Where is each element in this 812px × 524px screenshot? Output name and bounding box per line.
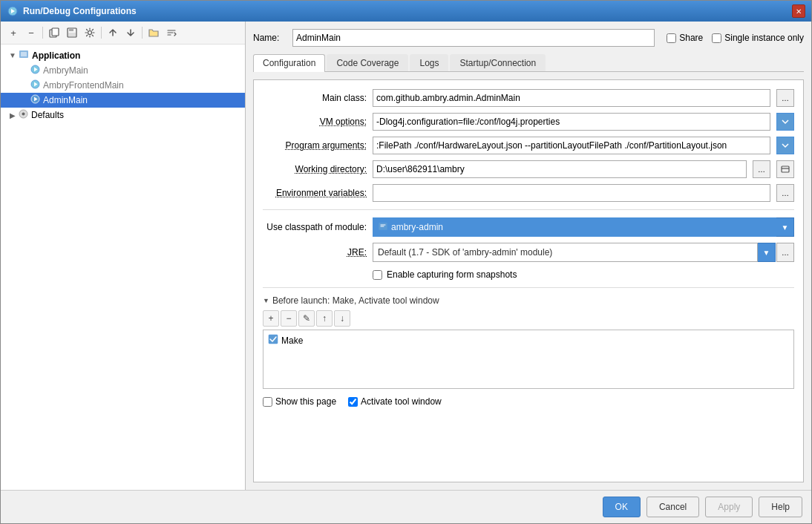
config-icon-1 xyxy=(30,65,40,76)
add-config-button[interactable]: + xyxy=(5,24,22,41)
help-button[interactable]: Help xyxy=(759,497,802,517)
show-page-text: Show this page xyxy=(275,396,336,407)
run-debug-configurations-window: Run/Debug Configurations ✕ + − xyxy=(0,0,812,524)
env-vars-row: Environment variables: … xyxy=(263,184,794,202)
show-page-label[interactable]: Show this page xyxy=(263,396,336,407)
classpath-dropdown-main[interactable]: ambry-admin xyxy=(373,217,776,237)
tree-arrow-application: ▼ xyxy=(7,51,19,59)
svg-rect-9 xyxy=(21,52,27,56)
classpath-dropdown-container: ambry-admin ▼ xyxy=(373,217,794,237)
vm-options-expand-button[interactable] xyxy=(776,113,794,131)
classpath-label: Use classpath of module: xyxy=(263,222,367,232)
env-vars-label: Environment variables: xyxy=(263,188,367,198)
tab-code-coverage[interactable]: Code Coverage xyxy=(327,54,408,71)
form-divider xyxy=(263,209,794,210)
working-dir-action-button[interactable] xyxy=(776,160,794,178)
classpath-dropdown-arrow[interactable]: ▼ xyxy=(776,217,794,237)
program-args-expand-button[interactable] xyxy=(776,137,794,154)
bl-edit-button[interactable]: ✎ xyxy=(298,310,315,327)
left-panel: + − xyxy=(1,22,246,490)
single-instance-text: Single instance only xyxy=(724,33,804,43)
show-page-checkbox[interactable] xyxy=(263,397,272,407)
share-checkbox[interactable] xyxy=(667,33,676,43)
before-launch-toolbar: + − ✎ ↑ ↓ xyxy=(263,310,794,327)
working-dir-browse-button[interactable]: … xyxy=(753,160,770,178)
tree-item-defaults[interactable]: ▶ Defaults xyxy=(1,108,245,122)
move-down-button[interactable] xyxy=(122,24,139,41)
make-icon xyxy=(268,334,278,347)
title-bar: Run/Debug Configurations ✕ xyxy=(1,1,811,22)
copy-config-button[interactable] xyxy=(46,24,62,41)
name-field-input[interactable] xyxy=(292,29,655,47)
tab-configuration[interactable]: Configuration xyxy=(253,54,325,72)
save-config-button[interactable] xyxy=(64,24,80,41)
main-class-browse-button[interactable]: … xyxy=(776,89,794,107)
bl-add-button[interactable]: + xyxy=(263,310,279,327)
bl-up-button[interactable]: ↑ xyxy=(316,310,333,327)
program-args-input[interactable] xyxy=(373,137,770,154)
tree-item-application[interactable]: ▼ Application xyxy=(1,48,245,63)
share-area: Share Single instance only xyxy=(667,33,804,43)
share-checkbox-label[interactable]: Share xyxy=(667,33,703,43)
application-label: Application xyxy=(32,50,80,61)
before-launch-arrow: ▼ xyxy=(263,297,269,304)
activate-tool-window-checkbox[interactable] xyxy=(348,397,358,407)
working-dir-input[interactable] xyxy=(373,160,747,178)
main-class-input[interactable] xyxy=(373,89,770,107)
bl-remove-button[interactable]: − xyxy=(281,310,297,327)
remove-config-button[interactable]: − xyxy=(23,24,39,41)
classpath-row: Use classpath of module: ambry-admin xyxy=(263,217,794,237)
program-args-label: Program arguments: xyxy=(263,140,367,151)
single-instance-label[interactable]: Single instance only xyxy=(712,33,804,43)
tree-item-ambry-main[interactable]: ▶ AmbryMain xyxy=(1,63,245,78)
bl-down-button[interactable]: ↓ xyxy=(334,310,350,327)
toolbar-separator-3 xyxy=(142,27,143,39)
admin-main-label: AdminMain xyxy=(43,95,88,105)
folder-button[interactable] xyxy=(145,24,162,41)
env-vars-browse-button[interactable]: … xyxy=(776,184,794,202)
left-toolbar: + − xyxy=(1,22,245,45)
settings-config-button[interactable] xyxy=(82,24,98,41)
svg-rect-3 xyxy=(52,28,59,36)
vm-options-input[interactable] xyxy=(373,113,770,131)
name-field-label: Name: xyxy=(253,33,287,43)
tab-logs[interactable]: Logs xyxy=(410,54,448,71)
defaults-icon xyxy=(19,109,28,121)
activate-tool-window-text: Activate tool window xyxy=(361,396,442,407)
main-content: + − xyxy=(1,22,811,490)
apply-button[interactable]: Apply xyxy=(705,497,753,517)
sort-button[interactable] xyxy=(163,24,180,41)
name-row: Name: Share Single instance only xyxy=(253,29,804,47)
before-launch-list: Make xyxy=(263,330,794,389)
tree-item-ambry-frontend-main[interactable]: ▶ AmbryFrontendMain xyxy=(1,78,245,93)
bottom-buttons-bar: OK Cancel Apply Help xyxy=(1,490,811,523)
tabs-bar: Configuration Code Coverage Logs Startup… xyxy=(253,54,804,72)
jre-dropdown-main[interactable]: Default (1.7 - SDK of 'ambry-admin' modu… xyxy=(373,243,758,262)
right-panel: Name: Share Single instance only Configu… xyxy=(246,22,811,490)
jre-label: JRE: xyxy=(263,247,367,258)
ok-button[interactable]: OK xyxy=(603,497,641,517)
jre-browse-button[interactable]: … xyxy=(776,243,794,262)
close-button[interactable]: ✕ xyxy=(792,4,805,18)
move-up-button[interactable] xyxy=(105,24,121,41)
tab-startup-connection[interactable]: Startup/Connection xyxy=(450,54,546,71)
configuration-panel: Main class: … VM options: Progr xyxy=(253,79,804,482)
env-vars-input[interactable] xyxy=(373,184,770,202)
cancel-button[interactable]: Cancel xyxy=(646,497,699,517)
tree-item-admin-main[interactable]: ▶ AdminMain xyxy=(1,93,245,108)
snapshots-row: Enable capturing form snapshots xyxy=(373,269,794,280)
bl-item-make: Make xyxy=(266,333,790,347)
main-class-label: Main class: xyxy=(263,93,367,103)
working-dir-label: Working directory: xyxy=(263,164,367,174)
defaults-label: Defaults xyxy=(31,110,64,120)
svg-point-17 xyxy=(22,113,25,116)
snapshots-checkbox[interactable] xyxy=(373,270,382,280)
activate-tool-window-label[interactable]: Activate tool window xyxy=(348,396,442,407)
jre-dropdown-container: Default (1.7 - SDK of 'ambry-admin' modu… xyxy=(373,243,794,262)
snapshots-label: Enable capturing form snapshots xyxy=(387,269,517,280)
before-launch-header: ▼ Before launch: Make, Activate tool win… xyxy=(263,295,794,306)
jre-dropdown-arrow[interactable]: ▼ xyxy=(758,243,776,262)
window-icon xyxy=(7,5,19,17)
program-args-row: Program arguments: xyxy=(263,137,794,154)
single-instance-checkbox[interactable] xyxy=(712,33,721,43)
